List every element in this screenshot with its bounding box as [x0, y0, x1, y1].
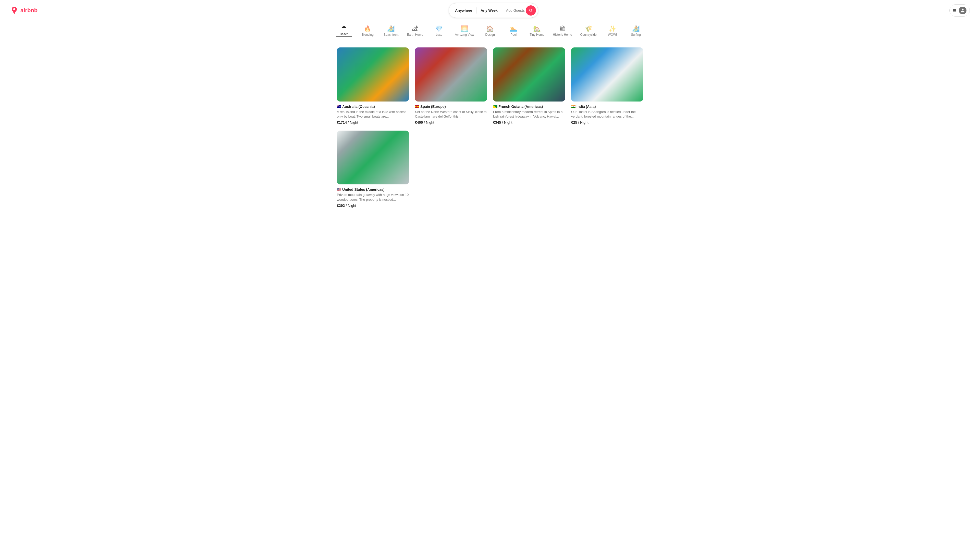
category-icon-luxe: 💎	[435, 26, 443, 32]
category-label-design: Design	[485, 33, 495, 37]
search-date[interactable]: Any Week	[479, 8, 499, 13]
search-divider	[476, 7, 476, 13]
category-icon-countryside: 🌾	[585, 26, 592, 32]
logo-text: airbnb	[20, 7, 37, 14]
category-item-trending[interactable]: 🔥 Trending	[360, 26, 375, 37]
listing-description: Private mountain getaway with huge views…	[337, 192, 409, 202]
category-nav: ☂ Beach 🔥 Trending 🏄 Beachfront 🏕 Earth …	[0, 21, 980, 41]
search-guests[interactable]: Add Guests	[505, 8, 526, 13]
category-label-pool: Pool	[510, 33, 517, 37]
listing-location: 🇪🇸Spain (Europe)	[415, 105, 487, 109]
listing-image	[337, 131, 409, 185]
category-label-earth-home: Earth Home	[407, 33, 423, 37]
category-item-countryside[interactable]: 🌾 Countryside	[580, 26, 597, 37]
listing-card[interactable]: 🇪🇸Spain (Europe) Set on the North Wester…	[415, 47, 487, 124]
listing-location: 🇮🇳India (Asia)	[571, 105, 643, 109]
category-label-amazing-view: Amazing View	[455, 33, 474, 37]
listing-image	[493, 47, 565, 102]
listing-flag: 🇦🇺	[337, 105, 341, 109]
category-item-pool[interactable]: 🏊 Pool	[506, 26, 521, 37]
hamburger-icon	[953, 8, 957, 13]
category-icon-historic-home: 🏛	[559, 26, 565, 32]
header: airbnb Anywhere Any Week Add Guests	[0, 0, 980, 21]
category-icon-beach: ☂	[341, 25, 347, 31]
user-menu-button[interactable]	[949, 4, 970, 16]
category-item-amazing-view[interactable]: 🌅 Amazing View	[455, 26, 474, 37]
category-item-historic-home[interactable]: 🏛 Historic Home	[553, 26, 572, 37]
listing-price: €25 / Night	[571, 120, 643, 124]
header-right	[949, 4, 970, 16]
category-label-beach: Beach	[340, 32, 348, 36]
category-item-wow[interactable]: ✨ WOW!	[605, 26, 620, 37]
category-icon-surfing: 🏄	[632, 26, 640, 32]
category-label-trending: Trending	[362, 33, 374, 37]
category-label-surfing: Surfing	[631, 33, 641, 37]
category-icon-pool: 🏊	[510, 26, 517, 32]
search-button[interactable]	[526, 5, 536, 16]
category-label-luxe: Luxe	[436, 33, 442, 37]
listing-flag: 🇬🇫	[493, 105, 497, 109]
listing-price: €345 / Night	[493, 120, 565, 124]
listing-image-placeholder	[337, 47, 409, 102]
category-item-tiny-home[interactable]: 🏡 Tiny Home	[529, 26, 544, 37]
listing-flag: 🇺🇸	[337, 187, 341, 192]
category-label-beachfront: Beachfront	[384, 33, 398, 37]
category-label-countryside: Countryside	[580, 33, 597, 37]
avatar	[959, 6, 967, 14]
category-item-surfing[interactable]: 🏄 Surfing	[628, 26, 644, 37]
category-icon-tiny-home: 🏡	[533, 26, 541, 32]
listing-location: 🇺🇸United States (Americas)	[337, 187, 409, 192]
listing-location: 🇬🇫French Guiana (Americas)	[493, 105, 565, 109]
category-item-design[interactable]: 🏠 Design	[482, 26, 498, 37]
search-bar[interactable]: Anywhere Any Week Add Guests	[449, 3, 538, 18]
listing-description: Our Hostel in Shangarh is nestled under …	[571, 110, 643, 119]
listing-description: From a midcentury modern retreat in Apto…	[493, 110, 565, 119]
category-icon-earth-home: 🏕	[412, 26, 418, 32]
category-label-tiny-home: Tiny Home	[530, 33, 544, 37]
listings-grid: 🇦🇺Australia (Oceania) A real island in t…	[337, 47, 643, 208]
listing-flag: 🇪🇸	[415, 105, 419, 109]
listing-image	[415, 47, 487, 102]
listing-image-placeholder	[571, 47, 643, 102]
category-label-wow: WOW!	[608, 33, 617, 37]
listing-price: €1714 / Night	[337, 120, 409, 124]
listing-image-placeholder	[337, 131, 409, 185]
listing-price: €400 / Night	[415, 120, 487, 124]
category-item-earth-home[interactable]: 🏕 Earth Home	[407, 26, 423, 37]
category-item-beachfront[interactable]: 🏄 Beachfront	[383, 26, 398, 37]
category-icon-beachfront: 🏄	[387, 26, 395, 32]
listing-description: A real island in the middle of a lake wi…	[337, 110, 409, 119]
main-content: 🇦🇺Australia (Oceania) A real island in t…	[327, 41, 653, 214]
listing-price: €292 / Night	[337, 204, 409, 208]
listing-image-placeholder	[493, 47, 565, 102]
category-icon-trending: 🔥	[364, 26, 371, 32]
avatar-icon	[961, 8, 965, 13]
category-item-beach[interactable]: ☂ Beach	[336, 25, 352, 37]
category-icon-design: 🏠	[486, 26, 494, 32]
listing-flag: 🇮🇳	[571, 105, 575, 109]
search-divider-2	[502, 7, 502, 13]
logo[interactable]: airbnb	[10, 6, 37, 15]
listing-image-placeholder	[415, 47, 487, 102]
search-icon	[529, 8, 533, 13]
listing-description: Set on the North Western coast of Sicily…	[415, 110, 487, 119]
listing-image	[337, 47, 409, 102]
listing-card[interactable]: 🇦🇺Australia (Oceania) A real island in t…	[337, 47, 409, 124]
category-label-historic-home: Historic Home	[553, 33, 572, 37]
listing-card[interactable]: 🇺🇸United States (Americas) Private mount…	[337, 131, 409, 208]
listing-card[interactable]: 🇮🇳India (Asia) Our Hostel in Shangarh is…	[571, 47, 643, 124]
category-item-luxe[interactable]: 💎 Luxe	[431, 26, 447, 37]
listing-card[interactable]: 🇬🇫French Guiana (Americas) From a midcen…	[493, 47, 565, 124]
listing-image	[571, 47, 643, 102]
category-icon-wow: ✨	[609, 26, 616, 32]
search-location[interactable]: Anywhere	[454, 8, 473, 13]
airbnb-logo-icon	[10, 6, 18, 15]
category-icon-amazing-view: 🌅	[461, 26, 468, 32]
listing-location: 🇦🇺Australia (Oceania)	[337, 105, 409, 109]
